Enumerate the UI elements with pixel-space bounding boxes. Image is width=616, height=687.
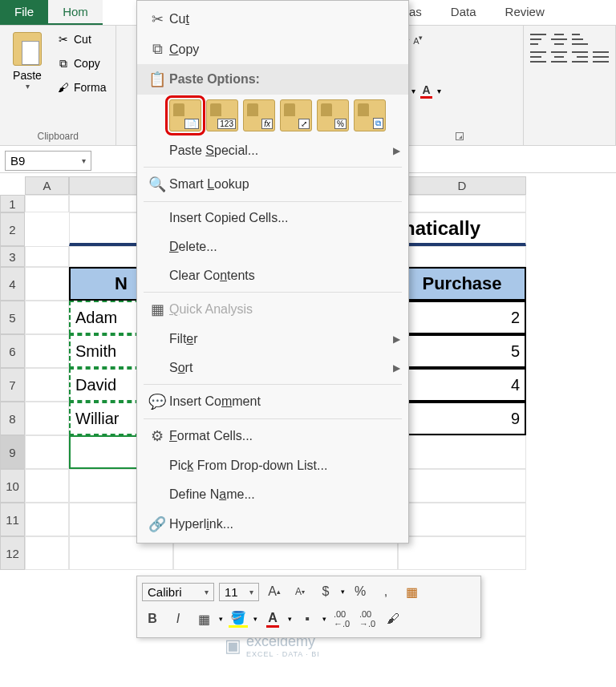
col-header-a[interactable]: A [25, 176, 69, 195]
shrink-font-icon[interactable]: A▾ [413, 33, 423, 46]
ctx-delete[interactable]: Delete... [137, 232, 408, 261]
tab-file[interactable]: File [0, 0, 48, 25]
context-menu: ✂Cut ⧉Copy 📋Paste Options: 📄 123 fx ⤢ % … [136, 0, 409, 544]
chevron-right-icon: ▶ [393, 145, 400, 156]
mini-borders[interactable]: ▦ [193, 609, 214, 628]
table-header-purchase[interactable]: Purchase [398, 267, 526, 301]
mini-percent[interactable]: % [350, 582, 371, 601]
ctx-cut[interactable]: ✂Cut [137, 4, 408, 34]
paste-option-link[interactable]: ⧉ [354, 99, 386, 131]
row-header[interactable]: 7 [0, 368, 25, 402]
row-header[interactable]: 12 [0, 536, 25, 570]
ctx-pick-list[interactable]: Pick From Drop-down List... [137, 451, 408, 480]
scissors-icon: ✂ [56, 32, 71, 46]
mini-grow-font[interactable]: A▴ [264, 582, 285, 601]
font-dialog-launcher[interactable] [456, 132, 464, 140]
ctx-insert-copied[interactable]: Insert Copied Cells... [137, 204, 408, 232]
comment-icon: 💬 [145, 393, 169, 410]
align-middle-icon[interactable] [551, 34, 567, 45]
paste-option-formulas[interactable]: fx [243, 99, 275, 131]
copy-icon: ⧉ [145, 41, 169, 58]
mini-format-painter[interactable]: 🖌 [383, 609, 403, 628]
row-header[interactable]: 9 [0, 435, 25, 469]
mini-comma[interactable]: , [375, 582, 396, 601]
mini-font-combo[interactable]: Calibri▾ [142, 583, 214, 601]
ctx-paste-special[interactable]: Paste Special...▶ [137, 136, 408, 165]
tab-review[interactable]: Review [491, 0, 559, 25]
ctx-filter[interactable]: Filter▶ [137, 325, 408, 354]
ctx-insert-comment[interactable]: 💬Insert Comment [137, 386, 408, 417]
indent-icon[interactable] [593, 51, 609, 63]
table-cell[interactable]: 4 [398, 368, 526, 402]
ctx-smart-lookup[interactable]: 🔍Smart Lookup [137, 169, 408, 200]
chevron-down-icon: ▾ [82, 156, 86, 165]
paste-option-paste[interactable]: 📄 [169, 99, 201, 131]
ctx-clear-contents[interactable]: Clear Contents [137, 261, 408, 290]
ctx-paste-options-header: 📋Paste Options: [137, 64, 408, 95]
row-header[interactable]: 5 [0, 301, 25, 334]
row-header[interactable]: 11 [0, 503, 25, 536]
clipboard-icon: 📋 [145, 71, 169, 88]
clipboard-icon [13, 32, 42, 66]
quick-analysis-icon: ▦ [145, 301, 169, 318]
cut-button[interactable]: ✂ Cut [53, 29, 109, 50]
table-cell[interactable]: 9 [398, 402, 526, 435]
ctx-copy[interactable]: ⧉Copy [137, 34, 408, 64]
row-header[interactable]: 10 [0, 469, 25, 503]
row-header[interactable]: 3 [0, 246, 25, 267]
paste-option-formatting[interactable]: % [317, 99, 349, 131]
link-icon: 🔗 [145, 515, 169, 533]
mini-border-style[interactable]: ▪ [297, 609, 318, 628]
format-cells-icon: ⚙ [145, 427, 169, 445]
search-icon: 🔍 [145, 176, 169, 193]
mini-shrink-font[interactable]: A▾ [290, 582, 310, 601]
row-header[interactable]: 4 [0, 267, 25, 301]
ctx-define-name[interactable]: Define Name... [137, 480, 408, 509]
clipboard-group-title: Clipboard [6, 127, 109, 142]
mini-size-combo[interactable]: 11▾ [219, 583, 259, 601]
paste-label: Paste [13, 69, 42, 82]
tab-home[interactable]: Hom [48, 0, 103, 25]
copy-label: Copy [74, 57, 100, 70]
ctx-format-cells[interactable]: ⚙Format Cells... [137, 421, 408, 451]
row-header[interactable]: 6 [0, 334, 25, 368]
align-center-icon[interactable] [551, 51, 567, 63]
tab-data[interactable]: Data [436, 0, 491, 25]
format-painter-label: Forma [74, 81, 106, 94]
font-color-button[interactable]: A [420, 83, 432, 99]
ctx-hyperlink[interactable]: 🔗Hyperlink... [137, 509, 408, 539]
align-bottom-icon[interactable] [572, 34, 588, 45]
row-header[interactable]: 1 [0, 195, 25, 212]
align-right-icon[interactable] [572, 51, 588, 63]
scissors-icon: ✂ [145, 10, 169, 28]
mini-italic[interactable]: I [168, 609, 188, 628]
mini-increase-decimal[interactable]: .00→.0 [357, 609, 378, 628]
chevron-right-icon: ▶ [393, 333, 400, 345]
mini-currency[interactable]: $ [315, 582, 336, 601]
col-header-d[interactable]: D [398, 176, 526, 195]
table-cell[interactable]: 5 [398, 334, 526, 368]
paste-option-values[interactable]: 123 [206, 99, 238, 131]
paste-options-row: 📄 123 fx ⤢ % ⧉ [137, 95, 408, 136]
format-painter-button[interactable]: 🖌 Forma [53, 77, 109, 98]
mini-font-color[interactable]: A [262, 609, 283, 628]
paste-option-transpose[interactable]: ⤢ [280, 99, 312, 131]
copy-button[interactable]: ⧉ Copy [53, 53, 109, 74]
mini-table-icon[interactable]: ▦ [401, 582, 422, 601]
chevron-right-icon: ▶ [393, 362, 400, 374]
align-left-icon[interactable] [530, 51, 546, 63]
table-cell[interactable]: 2 [398, 301, 526, 334]
name-box[interactable]: B9 ▾ [5, 151, 91, 171]
align-top-icon[interactable] [530, 34, 546, 45]
mini-fill-color[interactable]: 🪣 [228, 609, 249, 628]
brush-icon: 🖌 [56, 80, 71, 95]
row-header[interactable]: 8 [0, 402, 25, 435]
name-box-value: B9 [10, 154, 25, 168]
ctx-sort[interactable]: Sort▶ [137, 354, 408, 382]
mini-decrease-decimal[interactable]: .00←.0 [331, 609, 352, 628]
ctx-quick-analysis: ▦Quick Analysis [137, 294, 408, 325]
paste-button[interactable]: Paste ▾ [6, 29, 48, 94]
mini-bold[interactable]: B [142, 609, 163, 628]
row-header[interactable]: 2 [0, 212, 25, 246]
cut-label: Cut [74, 33, 91, 46]
